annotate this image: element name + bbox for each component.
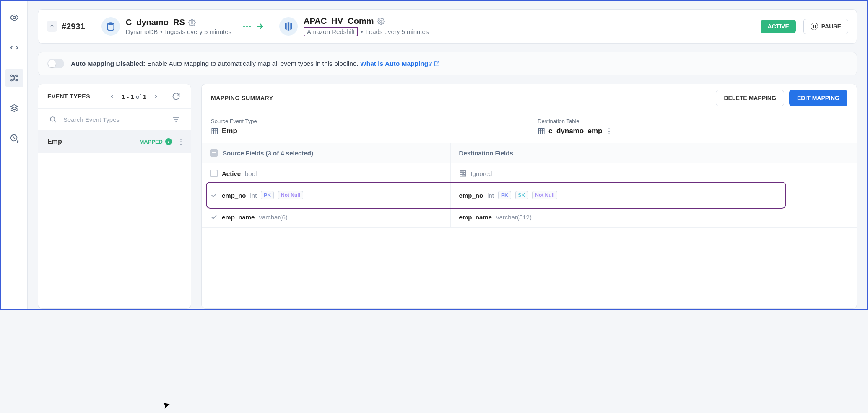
nav-layers-icon[interactable] xyxy=(5,99,23,117)
svg-point-0 xyxy=(13,16,16,19)
mapped-chip: MAPPED i xyxy=(139,138,172,145)
checkbox-checked[interactable] xyxy=(210,191,218,199)
field-name: emp_name xyxy=(459,214,492,221)
gear-icon[interactable] xyxy=(377,18,385,25)
pager-prev-icon[interactable] xyxy=(107,91,117,102)
destination-table-label: Destination Table xyxy=(538,118,847,124)
svg-rect-11 xyxy=(538,128,544,134)
arrow-connector-icon xyxy=(243,21,268,31)
event-name: Emp xyxy=(47,138,62,145)
destination-endpoint: APAC_HV_Comm Amazon Redshift • Loads eve… xyxy=(279,16,429,36)
field-row: emp_no int PK Not Null emp_no int PK SK … xyxy=(202,184,857,206)
search-icon xyxy=(47,114,58,125)
mapping-title: MAPPING SUMMARY xyxy=(211,95,273,101)
svg-point-7 xyxy=(191,21,193,23)
ignored-icon xyxy=(459,170,467,177)
source-name: C_dynamo_RS xyxy=(126,18,185,27)
info-icon: i xyxy=(165,138,172,145)
event-types-title: EVENT TYPES xyxy=(47,93,90,100)
destination-fields-header: Destination Fields xyxy=(459,150,513,157)
nav-rail xyxy=(1,1,28,309)
dot: • xyxy=(160,28,162,35)
nav-activity-icon[interactable] xyxy=(5,129,23,147)
source-event-type-value: Emp xyxy=(222,127,237,135)
ignored-label: Ignored xyxy=(471,170,492,177)
automap-toggle[interactable] xyxy=(47,59,64,68)
automap-text: Enable Auto Mapping to automatically map… xyxy=(147,60,359,67)
table-icon xyxy=(538,127,545,135)
pager-range: 1 - 1 xyxy=(122,93,134,100)
pause-button[interactable]: PAUSE xyxy=(803,19,848,34)
checkbox-checked[interactable] xyxy=(210,213,218,221)
search-input[interactable] xyxy=(63,116,166,123)
event-types-panel: EVENT TYPES 1 - 1 of 1 xyxy=(38,84,191,309)
destination-name: APAC_HV_Comm xyxy=(304,16,374,26)
mapping-panel: MAPPING SUMMARY DELETE MAPPING EDIT MAPP… xyxy=(201,84,857,309)
field-type: varchar(6) xyxy=(259,214,287,221)
destination-table-value: c_dynamo_emp xyxy=(548,127,603,135)
pager-total: 1 xyxy=(143,93,146,100)
pipeline-id-text: #2931 xyxy=(62,22,85,31)
destination-type: Amazon Redshift xyxy=(304,27,358,36)
redshift-icon xyxy=(279,17,298,36)
field-name: emp_name xyxy=(222,214,255,221)
external-link-icon xyxy=(434,61,440,67)
checkbox[interactable] xyxy=(210,170,218,177)
pause-icon xyxy=(811,23,818,30)
notnull-tag: Not Null xyxy=(532,191,557,199)
status-badge: ACTIVE xyxy=(761,20,795,33)
svg-point-6 xyxy=(107,22,114,25)
more-icon[interactable] xyxy=(180,139,182,145)
dot: • xyxy=(361,28,363,35)
field-name: emp_no xyxy=(459,192,483,199)
field-type: int xyxy=(250,192,257,199)
delete-mapping-button[interactable]: DELETE MAPPING xyxy=(716,90,784,106)
field-type: varchar(512) xyxy=(496,214,532,221)
gear-icon[interactable] xyxy=(188,19,196,26)
pk-tag: PK xyxy=(261,191,274,199)
field-type: int xyxy=(487,192,494,199)
more-icon[interactable] xyxy=(608,128,610,134)
automap-title: Auto Mapping Disabled: xyxy=(71,60,145,67)
pipeline-id: #2931 xyxy=(47,21,94,32)
sk-tag: SK xyxy=(515,191,528,199)
automap-link[interactable]: What is Auto Mapping? xyxy=(360,60,440,67)
pk-tag: PK xyxy=(498,191,511,199)
source-endpoint: C_dynamo_RS DynamoDB • Ingests every 5 m… xyxy=(101,17,231,36)
nav-overview-icon[interactable] xyxy=(5,8,23,27)
field-row: Active bool Ignored xyxy=(202,163,857,184)
source-fields-header: Source Fields (3 of 4 selected) xyxy=(223,150,313,157)
pause-label: PAUSE xyxy=(821,23,841,30)
svg-point-4 xyxy=(16,80,18,81)
event-item[interactable]: Emp MAPPED i xyxy=(38,130,191,153)
pager-next-icon[interactable] xyxy=(151,91,161,102)
svg-point-1 xyxy=(10,75,12,77)
nav-schema-icon[interactable] xyxy=(5,69,23,87)
field-row: emp_name varchar(6) emp_name varchar(512… xyxy=(202,206,857,228)
field-name: emp_no xyxy=(222,192,246,199)
field-table-header: Source Fields (3 of 4 selected) Destinat… xyxy=(202,143,857,163)
source-type: DynamoDB xyxy=(126,28,158,35)
svg-point-9 xyxy=(50,117,55,121)
field-name: Active xyxy=(222,170,241,177)
edit-mapping-button[interactable]: EDIT MAPPING xyxy=(789,90,847,106)
nav-code-icon[interactable] xyxy=(5,39,23,57)
source-schedule: Ingests every 5 minutes xyxy=(165,28,231,35)
automap-bar: Auto Mapping Disabled: Enable Auto Mappi… xyxy=(38,52,857,75)
pipeline-header: #2931 C_dynamo_RS DynamoDB • xyxy=(38,9,857,44)
arrow-up-icon xyxy=(47,21,57,32)
svg-point-8 xyxy=(380,20,382,22)
field-type: bool xyxy=(245,170,257,177)
refresh-icon[interactable] xyxy=(171,91,182,102)
dynamodb-icon xyxy=(101,17,120,36)
partial-checkbox-icon[interactable] xyxy=(210,149,218,157)
source-event-type-label: Source Event Type xyxy=(211,118,521,124)
svg-rect-10 xyxy=(212,128,218,134)
filter-icon[interactable] xyxy=(171,114,182,125)
svg-point-3 xyxy=(16,75,18,77)
destination-schedule: Loads every 5 minutes xyxy=(366,28,429,35)
svg-point-2 xyxy=(10,80,12,81)
table-icon xyxy=(211,127,218,135)
notnull-tag: Not Null xyxy=(278,191,303,199)
